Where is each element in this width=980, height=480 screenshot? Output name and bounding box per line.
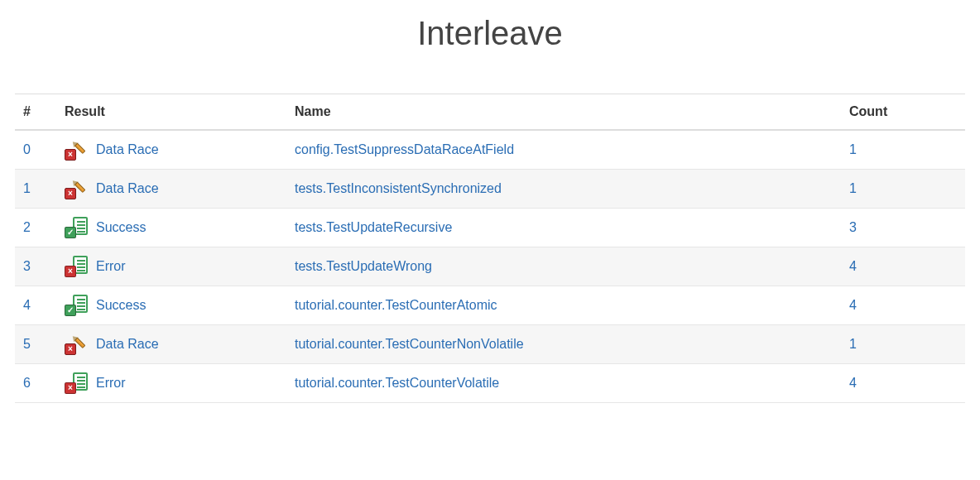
row-name-link[interactable]: tests.TestInconsistentSynchronized xyxy=(295,181,502,195)
table-row: 2✓Successtests.TestUpdateRecursive3 xyxy=(15,209,965,247)
row-index-link[interactable]: 2 xyxy=(23,220,31,234)
row-count-link[interactable]: 1 xyxy=(849,142,857,156)
row-name-link[interactable]: tests.TestUpdateRecursive xyxy=(295,220,452,234)
error-icon: × xyxy=(65,374,89,392)
row-index-link[interactable]: 0 xyxy=(23,142,31,156)
row-index-link[interactable]: 4 xyxy=(23,298,31,312)
row-count-link[interactable]: 4 xyxy=(849,259,857,273)
row-count-link[interactable]: 1 xyxy=(849,337,857,351)
row-index-link[interactable]: 6 xyxy=(23,376,31,390)
header-result: Result xyxy=(56,94,286,131)
row-index-link[interactable]: 1 xyxy=(23,181,31,195)
header-count: Count xyxy=(841,94,965,131)
table-row: 3×Errortests.TestUpdateWrong4 xyxy=(15,247,965,286)
row-count-link[interactable]: 4 xyxy=(849,376,857,390)
row-count-link[interactable]: 4 xyxy=(849,298,857,312)
row-name-link[interactable]: tutorial.counter.TestCounterVolatile xyxy=(295,376,499,390)
success-icon: ✓ xyxy=(65,218,89,237)
row-result-link[interactable]: Data Race xyxy=(96,337,159,352)
row-name-link[interactable]: config.TestSuppressDataRaceAtField xyxy=(295,142,514,156)
results-table: # Result Name Count 0×Data Raceconfig.Te… xyxy=(15,94,965,403)
table-row: 5×Data Racetutorial.counter.TestCounterN… xyxy=(15,325,965,364)
row-index-link[interactable]: 5 xyxy=(23,337,31,351)
table-row: 0×Data Raceconfig.TestSuppressDataRaceAt… xyxy=(15,130,965,170)
error-icon: × xyxy=(65,257,89,276)
success-icon: ✓ xyxy=(65,296,89,314)
row-result-link[interactable]: Error xyxy=(96,259,126,274)
row-count-link[interactable]: 1 xyxy=(849,181,857,195)
datarace-icon: × xyxy=(65,335,89,353)
row-result-link[interactable]: Error xyxy=(96,376,126,391)
datarace-icon: × xyxy=(65,141,89,159)
row-result-link[interactable]: Data Race xyxy=(96,142,159,157)
datarace-icon: × xyxy=(65,180,89,198)
row-result-link[interactable]: Data Race xyxy=(96,181,159,196)
table-row: 4✓Successtutorial.counter.TestCounterAto… xyxy=(15,286,965,325)
row-count-link[interactable]: 3 xyxy=(849,220,857,234)
page-title: Interleave xyxy=(15,15,965,52)
table-row: 6×Errortutorial.counter.TestCounterVolat… xyxy=(15,364,965,403)
row-name-link[interactable]: tutorial.counter.TestCounterAtomic xyxy=(295,298,497,312)
row-result-link[interactable]: Success xyxy=(96,298,146,313)
table-row: 1×Data Racetests.TestInconsistentSynchro… xyxy=(15,170,965,209)
row-index-link[interactable]: 3 xyxy=(23,259,31,273)
header-name: Name xyxy=(286,94,841,131)
row-name-link[interactable]: tutorial.counter.TestCounterNonVolatile xyxy=(295,337,524,351)
row-result-link[interactable]: Success xyxy=(96,220,146,235)
row-name-link[interactable]: tests.TestUpdateWrong xyxy=(295,259,432,273)
header-index: # xyxy=(15,94,56,131)
